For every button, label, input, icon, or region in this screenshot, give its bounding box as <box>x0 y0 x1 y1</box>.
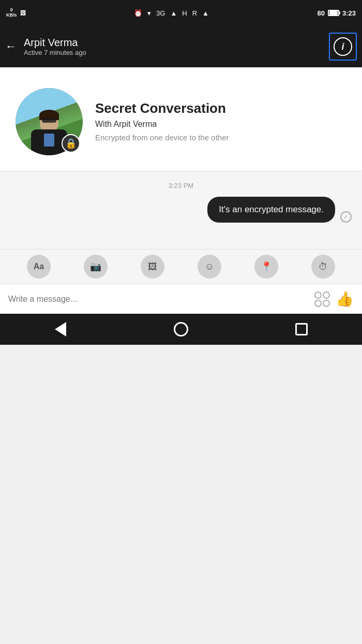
signal-icon: ▲ <box>170 9 177 17</box>
alarm-icon: ⏰ <box>134 9 142 17</box>
status-center: ⏰ ▾ 3G ▲ H R ▲ <box>134 9 209 17</box>
network-label: 3G <box>156 9 165 17</box>
messages-area: 3:23 PM It's an encrypted message. ✓ <box>0 171 362 249</box>
svg-point-3 <box>323 300 329 306</box>
message-status-icon: ✓ <box>340 211 352 223</box>
wifi-icon: ▾ <box>147 9 151 17</box>
recents-nav-icon <box>295 323 308 335</box>
status-left: 0KB/s 🖼 <box>6 8 26 18</box>
status-right: 80 3:23 <box>317 9 356 17</box>
recents-nav-button[interactable] <box>289 316 314 342</box>
image-icon: 🖼 <box>148 261 157 272</box>
back-nav-icon <box>55 322 66 336</box>
image-button[interactable]: 🖼 <box>141 255 164 279</box>
chat-area: 🔒 Secret Conversation With Arpit Verma E… <box>0 67 362 249</box>
back-nav-button[interactable] <box>48 316 73 342</box>
r-label: R <box>192 9 197 17</box>
secret-title: Secret Conversation <box>95 100 229 116</box>
status-bar: 0KB/s 🖼 ⏰ ▾ 3G ▲ H R ▲ 80 3:23 <box>0 0 362 26</box>
thumbs-up-button[interactable]: 👍 <box>336 290 354 308</box>
camera-button[interactable]: 📷 <box>84 255 108 279</box>
secret-conversation-info: 🔒 Secret Conversation With Arpit Verma E… <box>0 67 362 171</box>
battery-icon <box>328 10 339 16</box>
location-icon: 📍 <box>261 261 272 272</box>
lock-icon: 🔒 <box>65 138 77 149</box>
battery-level: 80 <box>317 9 324 17</box>
info-button[interactable]: i <box>329 33 357 61</box>
camera-icon: 📷 <box>90 261 101 272</box>
text-button[interactable]: Aa <box>27 255 51 279</box>
location-button[interactable]: 📍 <box>254 255 278 279</box>
lock-badge: 🔒 <box>62 134 80 153</box>
toolbar: Aa 📷 🖼 ☺ 📍 ⏱ <box>0 249 362 284</box>
image-icon: 🖼 <box>20 10 26 16</box>
message-bubble: It's an encrypted message. <box>207 197 335 223</box>
h-label: H <box>182 9 187 17</box>
avatar-container: 🔒 <box>16 88 83 155</box>
emoji-grid-container[interactable] <box>314 291 330 308</box>
message-input[interactable] <box>8 295 309 304</box>
active-status: Active 7 minutes ago <box>24 49 86 56</box>
signal2-icon: ▲ <box>202 9 209 17</box>
aa-label: Aa <box>34 262 44 271</box>
nav-bar <box>0 314 362 345</box>
kb-label: 0KB/s <box>6 8 17 18</box>
svg-point-2 <box>315 300 321 306</box>
svg-point-1 <box>323 292 329 298</box>
contact-name: Arpit Verma <box>24 37 86 49</box>
svg-point-0 <box>315 292 321 298</box>
secret-description: Encrypted from one device to the other <box>95 132 229 143</box>
message-timestamp: 3:23 PM <box>10 182 352 189</box>
emoji-button[interactable]: ☺ <box>198 255 221 279</box>
header: ← Arpit Verma Active 7 minutes ago i <box>0 26 362 67</box>
message-row: It's an encrypted message. ✓ <box>10 197 352 223</box>
home-nav-button[interactable] <box>168 316 194 342</box>
timer-icon: ⏱ <box>319 261 328 272</box>
timer-button[interactable]: ⏱ <box>311 255 335 279</box>
info-icon: i <box>334 37 352 56</box>
contact-info: Arpit Verma Active 7 minutes ago <box>24 37 86 56</box>
sticker-icon <box>314 291 330 308</box>
secret-with: With Arpit Verma <box>95 120 229 129</box>
time-display: 3:23 <box>342 9 356 17</box>
back-button[interactable]: ← <box>5 40 17 53</box>
emoji-icon: ☺ <box>205 261 214 272</box>
secret-text-block: Secret Conversation With Arpit Verma Enc… <box>95 100 229 143</box>
input-area: 👍 <box>0 284 362 314</box>
home-nav-icon <box>174 322 188 336</box>
